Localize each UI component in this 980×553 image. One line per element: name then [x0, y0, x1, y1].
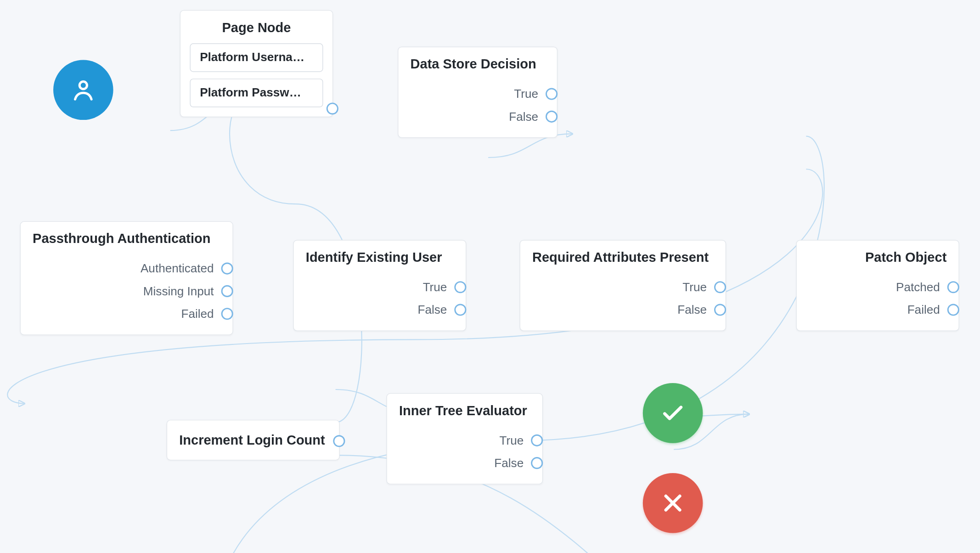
outcome-authenticated: Authenticated — [141, 261, 227, 275]
passthrough-failed-port[interactable] — [221, 308, 233, 320]
passthrough-auth-node[interactable]: Passthrough Authentication Authenticated… — [20, 221, 233, 335]
edge — [219, 136, 824, 553]
check-icon — [659, 399, 687, 427]
edge — [537, 449, 980, 553]
start-node[interactable] — [53, 60, 113, 120]
required-attrs-title: Required Attributes Present — [520, 241, 726, 273]
page-node-chip-username[interactable]: Platform Userna… — [190, 43, 323, 72]
patch-object-patched-port[interactable] — [947, 281, 959, 293]
inner-tree-title: Inner Tree Evaluator — [387, 394, 542, 426]
edge — [907, 449, 979, 553]
page-node-out-port[interactable] — [327, 102, 338, 114]
patch-object-title: Patch Object — [797, 241, 958, 273]
person-icon — [69, 76, 97, 104]
failure-node[interactable] — [643, 473, 703, 533]
patch-object-failed-port[interactable] — [947, 304, 959, 316]
inner-tree-false-port[interactable] — [531, 457, 543, 469]
data-store-false-port[interactable] — [546, 111, 558, 123]
page-node[interactable]: Page Node Platform Userna… Platform Pass… — [180, 10, 333, 118]
inner-tree-evaluator-node[interactable]: Inner Tree Evaluator True False — [386, 393, 543, 485]
identify-title: Identify Existing User — [294, 241, 466, 273]
required-attrs-false-port[interactable] — [714, 304, 726, 316]
identify-false-port[interactable] — [454, 304, 466, 316]
outcome-missing-input: Missing Input — [143, 284, 227, 298]
outcome-failed: Failed — [181, 307, 227, 321]
required-attrs-node[interactable]: Required Attributes Present True False — [519, 240, 726, 331]
increment-title: Increment Login Count — [167, 420, 339, 460]
required-attrs-true-port[interactable] — [714, 281, 726, 293]
data-store-true-port[interactable] — [546, 88, 558, 100]
passthrough-missinginput-port[interactable] — [221, 285, 233, 297]
passthrough-authenticated-port[interactable] — [221, 263, 233, 275]
svg-point-0 — [79, 82, 87, 89]
outcome-patched: Patched — [896, 280, 953, 294]
passthrough-title: Passthrough Authentication — [21, 222, 232, 254]
identify-true-port[interactable] — [454, 281, 466, 293]
inner-tree-true-port[interactable] — [531, 434, 543, 446]
data-store-decision-node[interactable]: Data Store Decision True False — [398, 47, 558, 138]
page-node-chip-password[interactable]: Platform Passw… — [190, 79, 323, 107]
outcome-failed: Failed — [907, 303, 953, 316]
cross-icon — [659, 489, 687, 517]
patch-object-node[interactable]: Patch Object Patched Failed — [796, 240, 959, 331]
success-node[interactable] — [643, 383, 703, 443]
data-store-title: Data Store Decision — [398, 47, 557, 80]
increment-out-port[interactable] — [333, 435, 345, 447]
increment-login-count-node[interactable]: Increment Login Count — [167, 420, 340, 460]
page-node-title: Page Node — [180, 11, 332, 43]
identify-existing-user-node[interactable]: Identify Existing User True False — [293, 240, 466, 331]
